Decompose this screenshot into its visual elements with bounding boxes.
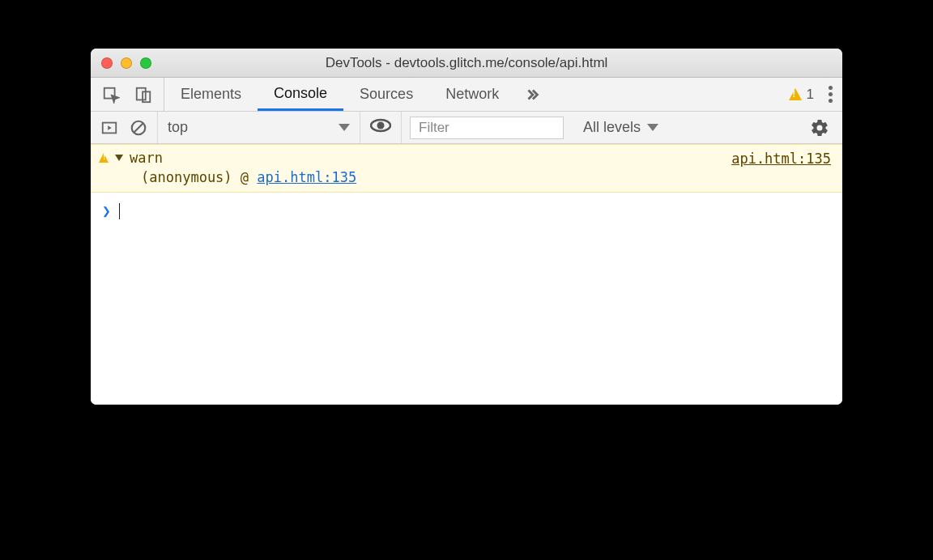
- log-levels-label: All levels: [583, 119, 641, 136]
- prompt-caret: [119, 203, 120, 219]
- panel-tabstrip: Elements Console Sources Network 1: [91, 78, 842, 112]
- warning-icon: [99, 153, 109, 163]
- warnings-count: 1: [807, 87, 814, 103]
- log-levels-selector[interactable]: All levels: [572, 119, 670, 136]
- prompt-chevron-icon: ❯: [102, 202, 111, 219]
- clear-console-icon[interactable]: [130, 119, 147, 137]
- minimize-window-button[interactable]: [121, 57, 132, 69]
- toolbar-iconbox: [91, 78, 164, 111]
- console-toolbar: top All levels: [91, 112, 842, 144]
- chevron-down-icon: [339, 124, 350, 131]
- tabstrip-right: 1: [779, 78, 842, 111]
- context-selector[interactable]: top: [158, 112, 360, 143]
- tab-console[interactable]: Console: [258, 78, 343, 111]
- warning-icon: [789, 88, 802, 100]
- live-expression-cell: [360, 112, 402, 143]
- menu-button[interactable]: [829, 86, 833, 103]
- live-expression-icon[interactable]: [370, 117, 391, 138]
- warning-summary-line: warn: [99, 150, 834, 166]
- context-label: top: [168, 119, 188, 136]
- device-toolbar-icon[interactable]: [134, 86, 152, 104]
- window-controls: [101, 57, 151, 69]
- chevron-down-icon: [647, 124, 658, 131]
- filter-input[interactable]: [410, 117, 564, 139]
- console-warning-entry[interactable]: warn api.html:135 (anonymous) @ api.html…: [91, 144, 842, 193]
- close-window-button[interactable]: [101, 57, 113, 69]
- disclosure-triangle-icon[interactable]: [115, 155, 123, 161]
- console-toolbar-left: [91, 112, 158, 143]
- console-prompt[interactable]: ❯: [91, 193, 842, 229]
- more-tabs-button[interactable]: [515, 78, 549, 111]
- tab-elements[interactable]: Elements: [164, 78, 258, 111]
- warnings-badge[interactable]: 1: [789, 87, 814, 103]
- stack-at-symbol: @: [241, 169, 249, 185]
- tab-network[interactable]: Network: [429, 78, 515, 111]
- devtools-window: DevTools - devtools.glitch.me/console/ap…: [91, 49, 842, 405]
- console-output: warn api.html:135 (anonymous) @ api.html…: [91, 144, 842, 405]
- window-title: DevTools - devtools.glitch.me/console/ap…: [91, 55, 842, 71]
- toggle-sidebar-icon[interactable]: [100, 119, 118, 137]
- titlebar: DevTools - devtools.glitch.me/console/ap…: [91, 49, 842, 78]
- filter-cell: [402, 112, 572, 143]
- inspect-element-icon[interactable]: [102, 86, 120, 104]
- panel-tabs: Elements Console Sources Network: [164, 78, 515, 111]
- warning-message: warn: [130, 150, 163, 166]
- svg-rect-1: [137, 87, 146, 100]
- svg-point-7: [377, 122, 385, 129]
- stack-anonymous-label: (anonymous): [141, 169, 232, 185]
- zoom-window-button[interactable]: [140, 57, 151, 69]
- svg-line-5: [134, 123, 143, 132]
- tab-sources[interactable]: Sources: [343, 78, 429, 111]
- warning-source-link[interactable]: api.html:135: [731, 151, 831, 167]
- console-settings-button[interactable]: [797, 118, 842, 138]
- stack-source-link[interactable]: api.html:135: [257, 169, 356, 185]
- stack-frame: (anonymous) @ api.html:135: [99, 169, 834, 185]
